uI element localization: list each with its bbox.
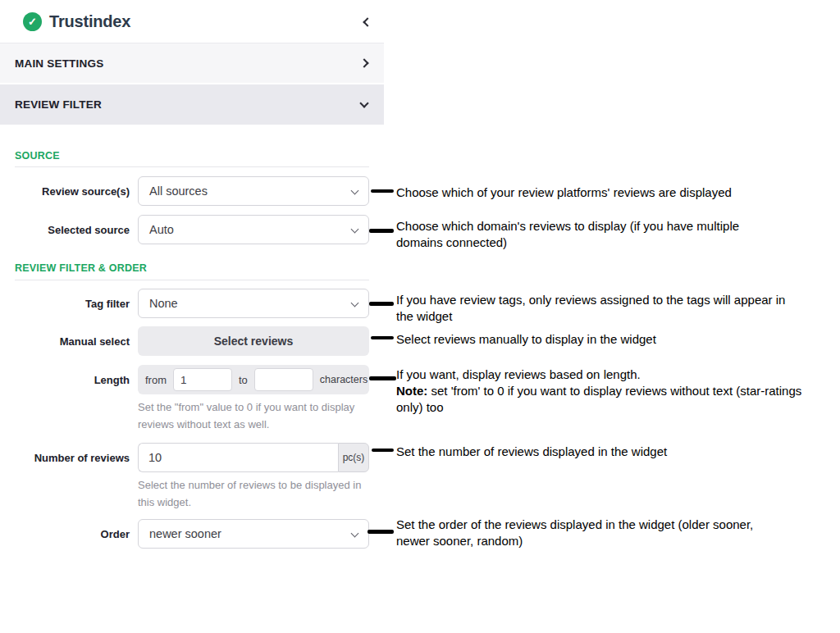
chevron-down-icon	[351, 299, 359, 307]
annotation-order: Set the order of the reviews displayed i…	[396, 517, 774, 549]
length-to-label: to	[239, 374, 248, 386]
chevron-right-icon	[359, 58, 368, 67]
select-value: All sources	[149, 184, 208, 198]
number-of-reviews-input[interactable]	[138, 443, 338, 472]
section-heading-source: SOURCE	[15, 150, 60, 162]
number-unit-label: pc(s)	[338, 443, 369, 472]
annotation-tag-filter: If you have review tags, only reviews as…	[396, 292, 790, 325]
collapse-panel-button[interactable]	[364, 14, 371, 29]
note-label: Note:	[396, 384, 427, 398]
annotation-manual-select: Select reviews manually to display in th…	[396, 331, 823, 348]
number-help-text: Select the number of reviews to be displ…	[138, 476, 374, 511]
annotation-review-sources: Choose which of your review platforms' r…	[396, 184, 839, 201]
trustindex-logo: ✓ Trustindex	[23, 12, 130, 31]
annotation-connector-line	[369, 376, 396, 380]
chevron-down-icon	[359, 98, 368, 107]
brand-name: Trustindex	[49, 12, 130, 31]
annotation-connector-line	[371, 336, 394, 339]
label-length: Length	[0, 374, 130, 386]
label-selected-source: Selected source	[0, 224, 130, 236]
accordion-main-settings[interactable]: MAIN SETTINGS	[0, 43, 384, 83]
panel-header: ✓ Trustindex	[0, 0, 384, 43]
annotation-number-of-reviews: Set the number of reviews displayed in t…	[396, 444, 839, 460]
settings-panel: ✓ Trustindex MAIN SETTINGS REVIEW FILTER	[0, 0, 384, 125]
accordion-review-filter[interactable]: REVIEW FILTER	[0, 84, 384, 125]
annotation-connector-line	[372, 449, 394, 452]
label-review-sources: Review source(s)	[0, 185, 130, 198]
length-input-group: from to characters	[138, 365, 369, 394]
divider	[15, 280, 369, 280]
number-of-reviews-group: pc(s)	[138, 443, 369, 472]
annotation-connector-line	[371, 189, 394, 193]
length-from-input[interactable]	[173, 368, 232, 391]
label-number-of-reviews: Number of reviews	[0, 452, 130, 464]
label-manual-select: Manual select	[0, 335, 130, 348]
annotation-connector-line	[368, 530, 394, 534]
order-select[interactable]: newer sooner	[138, 519, 369, 549]
annotation-connector-line	[369, 229, 394, 233]
accordion-label: REVIEW FILTER	[15, 98, 102, 111]
chevron-down-icon	[351, 225, 359, 234]
annotation-length: If you want, display reviews based on le…	[396, 367, 806, 416]
annotation-selected-source: Choose which domain's reviews to display…	[396, 218, 757, 251]
chevron-left-icon	[363, 17, 372, 26]
chevron-down-icon	[351, 187, 359, 195]
length-help-text: Set the "from" value to 0 if you want to…	[138, 398, 374, 433]
select-value: newer sooner	[149, 527, 221, 540]
length-to-input[interactable]	[254, 368, 313, 391]
label-tag-filter: Tag filter	[0, 298, 130, 310]
check-badge-icon: ✓	[23, 12, 42, 31]
select-value: None	[149, 297, 178, 310]
review-sources-select[interactable]: All sources	[138, 176, 369, 206]
annotation-connector-line	[369, 302, 394, 306]
divider	[15, 166, 369, 167]
selected-source-select[interactable]: Auto	[138, 215, 369, 244]
section-heading-filter-order: REVIEW FILTER & ORDER	[15, 262, 147, 274]
accordion-label: MAIN SETTINGS	[15, 57, 103, 70]
trustindex-settings-page: ✓ Trustindex MAIN SETTINGS REVIEW FILTER…	[0, 0, 840, 633]
select-value: Auto	[149, 223, 174, 236]
chevron-down-icon	[351, 530, 359, 538]
label-order: Order	[0, 528, 130, 540]
annotation-length-note: Note: set 'from' to 0 if you want to dis…	[396, 383, 806, 416]
length-unit-label: characters	[320, 374, 368, 385]
select-reviews-button[interactable]: Select reviews	[138, 326, 369, 356]
annotation-length-line1: If you want, display reviews based on le…	[396, 367, 806, 383]
note-text: set 'from' to 0 if you want to display r…	[396, 384, 801, 414]
length-from-label: from	[145, 374, 167, 386]
tag-filter-select[interactable]: None	[138, 289, 369, 318]
